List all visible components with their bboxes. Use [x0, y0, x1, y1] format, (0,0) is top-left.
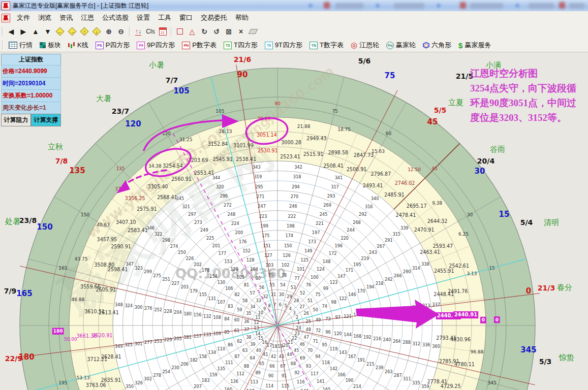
menu-item-5[interactable]: 设置: [133, 12, 154, 24]
p-square-button[interactable]: PSP四方形: [96, 41, 130, 50]
rotate-ccw-icon[interactable]: ↺: [210, 26, 223, 37]
svg-text:21/6: 21/6: [234, 55, 251, 63]
pan-right-icon[interactable]: →: [66, 26, 78, 37]
svg-text:64: 64: [250, 355, 255, 361]
svg-text:151: 151: [263, 243, 271, 248]
svg-text:0: 0: [496, 317, 499, 322]
quotes-icon: [9, 42, 17, 49]
menu-item-0[interactable]: 文件: [13, 12, 34, 24]
svg-text:12: 12: [254, 320, 259, 325]
nav-next-icon[interactable]: ▶: [17, 26, 29, 37]
svg-text:340: 340: [371, 196, 379, 201]
nav-up-icon[interactable]: ▲: [29, 26, 42, 37]
svg-text:292: 292: [359, 212, 367, 217]
t-table-button[interactable]: TNT数字表: [310, 41, 344, 50]
svg-text:117: 117: [311, 371, 319, 376]
svg-text:338: 338: [421, 262, 429, 267]
9t-square-button[interactable]: T99T四方形: [265, 41, 302, 50]
svg-text:296: 296: [220, 193, 228, 199]
svg-text:51: 51: [307, 298, 313, 303]
svg-text:39: 39: [250, 342, 255, 347]
svg-text:2491.76: 2491.76: [448, 288, 468, 294]
svg-text:319: 319: [254, 174, 262, 179]
svg-text:36: 36: [244, 319, 249, 324]
kline-button[interactable]: K线: [68, 41, 88, 50]
updown-marker-icon[interactable]: ↑↓: [132, 26, 144, 37]
svg-text:75: 75: [315, 292, 320, 297]
zoom-in-icon[interactable]: ⊕: [103, 26, 115, 37]
cls-button[interactable]: Cls: [144, 26, 157, 37]
pan-up-icon[interactable]: ↑: [78, 26, 90, 37]
svg-text:249: 249: [200, 228, 208, 233]
svg-text:135: 135: [218, 366, 226, 371]
svg-text:278: 278: [153, 373, 161, 378]
toolbar-label: 赢家服务: [465, 41, 491, 50]
svg-text:3457.95: 3457.95: [97, 237, 117, 242]
svg-text:3559.66: 3559.66: [80, 284, 101, 289]
menu-item-2[interactable]: 资讯: [55, 12, 77, 24]
calendar-icon[interactable]: 21: [157, 26, 169, 37]
menu-item-3[interactable]: 江恩: [77, 12, 98, 24]
svg-text:174: 174: [285, 233, 293, 238]
svg-text:335: 335: [412, 380, 420, 385]
nav-down-icon[interactable]: ▼: [42, 26, 54, 37]
svg-text:130: 130: [218, 280, 226, 285]
svg-text:344: 344: [212, 175, 221, 180]
calc-resistance-button[interactable]: 计算阻力: [1, 114, 31, 126]
pan-left-icon[interactable]: ←: [54, 26, 66, 37]
menu-item-4[interactable]: 公式选股: [98, 12, 133, 24]
svg-text:1: 1: [297, 320, 300, 325]
svg-text:25: 25: [306, 319, 311, 324]
svg-text:336: 336: [422, 342, 430, 347]
svg-text:267: 267: [377, 244, 385, 249]
zoom-out-icon[interactable]: ⊖: [115, 26, 127, 37]
app-logo-icon: 赢: [2, 14, 10, 22]
svg-text:90: 90: [268, 373, 273, 378]
draw-square-icon[interactable]: [174, 26, 186, 37]
svg-text:263: 263: [385, 369, 393, 374]
menu-item-1[interactable]: 浏览: [34, 12, 55, 24]
shrink-icon[interactable]: ×: [235, 26, 247, 37]
pan-down-icon[interactable]: ↓: [90, 26, 103, 37]
svg-text:28.13: 28.13: [219, 129, 232, 134]
gann-wheel-button[interactable]: ◎江恩轮: [351, 41, 379, 50]
svg-text:191: 191: [357, 358, 365, 363]
svg-text:63: 63: [242, 348, 247, 353]
svg-text:28: 28: [294, 298, 299, 303]
p-table-button[interactable]: PNP数字表: [182, 41, 216, 50]
svg-text:21.88: 21.88: [297, 124, 311, 129]
menu-item-7[interactable]: 窗口: [175, 12, 197, 24]
rotate-cw-icon[interactable]: ↻: [198, 26, 210, 37]
menu-item-6[interactable]: 工具: [154, 12, 175, 24]
svg-text:141: 141: [317, 379, 325, 384]
t-square-button[interactable]: TST四方形: [224, 41, 258, 50]
svg-text:2530.91: 2530.91: [258, 148, 278, 153]
menu-item-8[interactable]: 交易委托: [197, 12, 231, 24]
eraser-icon[interactable]: [247, 26, 259, 37]
sectors-button[interactable]: 板块: [40, 41, 61, 50]
toolbar-label: P数字表: [192, 41, 216, 50]
svg-text:201: 201: [212, 243, 221, 248]
svg-text:92: 92: [294, 370, 299, 375]
svg-text:2545.91: 2545.91: [212, 156, 233, 162]
9p-square-button[interactable]: P99P四方形: [137, 41, 175, 50]
box-x-icon[interactable]: ⊠: [223, 26, 235, 37]
quotes-button[interactable]: 行情: [9, 41, 33, 50]
svg-text:71: 71: [313, 339, 318, 344]
draw-triangle-icon[interactable]: △: [186, 26, 198, 37]
winner-wheel-button[interactable]: Big赢家轮: [386, 41, 416, 50]
winner-service-button[interactable]: $赢家服务: [458, 41, 491, 50]
menu-item-9[interactable]: 帮助: [231, 12, 253, 24]
svg-text:61: 61: [234, 328, 239, 333]
svg-text:40.63: 40.63: [97, 222, 110, 228]
svg-text:115: 115: [282, 383, 290, 388]
svg-text:23/7: 23/7: [112, 107, 129, 115]
svg-text:82: 82: [234, 292, 239, 297]
calc-support-button[interactable]: 计算支撑: [31, 114, 61, 126]
svg-text:226: 226: [186, 256, 194, 261]
svg-text:7: 7: [273, 302, 276, 307]
hexagon-button[interactable]: 六角形: [423, 41, 451, 50]
svg-text:56: 56: [259, 285, 264, 290]
svg-text:57: 57: [250, 290, 255, 296]
nav-prev-icon[interactable]: ◀: [5, 26, 17, 37]
